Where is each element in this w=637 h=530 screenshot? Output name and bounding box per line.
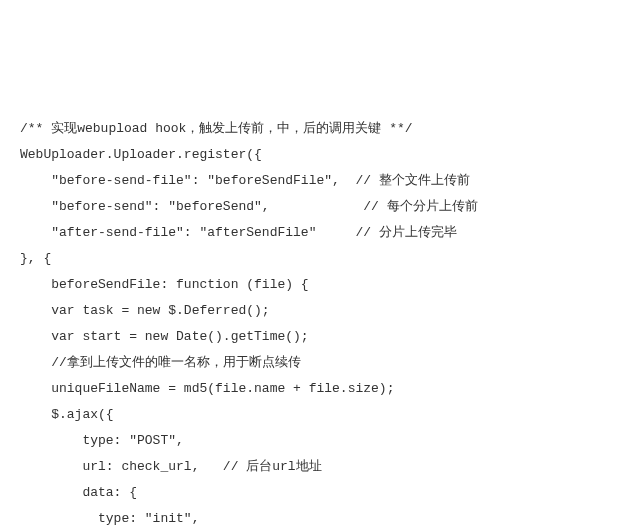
code-line: uniqueFileName = md5(file.name + file.si… — [20, 376, 617, 402]
code-line: var task = new $.Deferred(); — [20, 298, 617, 324]
code-line: WebUploader.Uploader.register({ — [20, 142, 617, 168]
code-line: url: check_url, // 后台url地址 — [20, 454, 617, 480]
code-line: "after-send-file": "afterSendFile" // 分片… — [20, 220, 617, 246]
code-line: data: { — [20, 480, 617, 506]
code-line: "before-send": "beforeSend", // 每个分片上传前 — [20, 194, 617, 220]
code-line: "before-send-file": "beforeSendFile", //… — [20, 168, 617, 194]
code-line: //拿到上传文件的唯一名称，用于断点续传 — [20, 350, 617, 376]
code-line: /** 实现webupload hook，触发上传前，中，后的调用关键 **/ — [20, 116, 617, 142]
code-line: var start = new Date().getTime(); — [20, 324, 617, 350]
code-line: $.ajax({ — [20, 402, 617, 428]
code-line: type: "POST", — [20, 428, 617, 454]
code-line: }, { — [20, 246, 617, 272]
code-line: beforeSendFile: function (file) { — [20, 272, 617, 298]
code-line: type: "init", — [20, 506, 617, 530]
code-block: /** 实现webupload hook，触发上传前，中，后的调用关键 **/W… — [20, 116, 617, 530]
